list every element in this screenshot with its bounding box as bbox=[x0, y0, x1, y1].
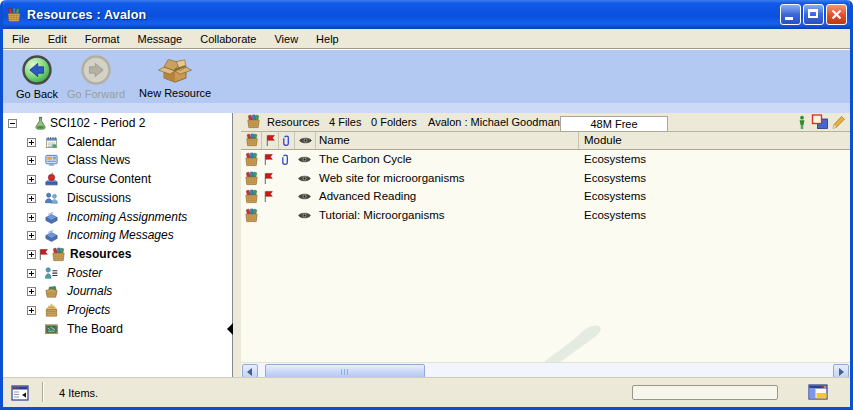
table-row[interactable]: Advanced Reading Ecosystems bbox=[241, 187, 850, 206]
expand-expander[interactable] bbox=[27, 138, 36, 147]
table-row[interactable]: Tutorial: Microorganisms Ecosystems bbox=[241, 206, 850, 225]
table-header: Name Module bbox=[241, 132, 850, 150]
expand-expander[interactable] bbox=[27, 287, 36, 296]
flag-icon bbox=[38, 248, 49, 261]
person-icon[interactable] bbox=[797, 115, 807, 130]
table-row[interactable]: The Carbon Cycle Ecosystems bbox=[241, 150, 850, 169]
menu-file[interactable]: File bbox=[3, 30, 39, 48]
tree-item-projects[interactable]: Projects bbox=[3, 301, 231, 320]
folders-count: 0 Folders bbox=[371, 116, 417, 128]
horizontal-scrollbar[interactable] bbox=[241, 362, 850, 378]
tree-item-class-news[interactable]: Class News bbox=[3, 151, 231, 170]
app-icon bbox=[6, 7, 22, 23]
maximize-icon bbox=[808, 9, 818, 18]
files-count: 4 Files bbox=[329, 116, 361, 128]
tree-item-the-board[interactable]: The Board bbox=[3, 320, 231, 339]
divider bbox=[578, 132, 579, 149]
expand-expander[interactable] bbox=[27, 156, 36, 165]
go-forward-button[interactable]: Go Forward bbox=[63, 53, 129, 101]
app-window: Resources : Avalon File Edit Format Mess… bbox=[0, 0, 853, 410]
splitter-collapse-arrow-icon[interactable] bbox=[227, 323, 233, 335]
layout-window-icon[interactable] bbox=[808, 384, 828, 400]
discussions-icon bbox=[44, 191, 59, 206]
menu-view[interactable]: View bbox=[265, 30, 307, 48]
tree-item-incoming-messages[interactable]: Incoming Messages bbox=[3, 226, 231, 245]
maximize-button[interactable] bbox=[803, 4, 824, 25]
panel-info-bar: Resources 4 Files 0 Folders Avalon : Mic… bbox=[241, 113, 850, 132]
expand-expander[interactable] bbox=[27, 231, 36, 240]
scroll-right-icon bbox=[839, 368, 844, 376]
divider bbox=[261, 132, 262, 149]
paperclip-column-icon[interactable] bbox=[282, 134, 291, 147]
status-bar: 4 Items. bbox=[3, 377, 850, 407]
minimize-button[interactable] bbox=[780, 4, 801, 25]
back-arrow-icon bbox=[21, 54, 53, 86]
flag-icon bbox=[263, 190, 274, 203]
menu-edit[interactable]: Edit bbox=[39, 30, 76, 48]
tree-item-course-content[interactable]: Course Content bbox=[3, 170, 231, 189]
tree-item-resources[interactable]: Resources bbox=[3, 245, 231, 264]
row-module: Ecosystems bbox=[584, 206, 646, 225]
row-module: Ecosystems bbox=[584, 187, 646, 206]
eye-icon bbox=[297, 191, 312, 202]
panel-title: Resources bbox=[267, 116, 320, 128]
scroll-right-button[interactable] bbox=[833, 364, 849, 378]
tree-item-course[interactable]: SCI102 - Period 2 bbox=[3, 114, 231, 133]
collapse-expander[interactable] bbox=[8, 119, 17, 128]
close-button[interactable] bbox=[826, 4, 847, 25]
copy-squares-icon[interactable] bbox=[811, 114, 829, 130]
scrollbar-thumb[interactable] bbox=[265, 364, 425, 378]
row-name: Advanced Reading bbox=[319, 187, 416, 206]
incoming-tray-icon bbox=[44, 210, 59, 225]
window-title: Resources : Avalon bbox=[27, 8, 146, 22]
scroll-left-button[interactable] bbox=[242, 364, 258, 378]
flask-icon bbox=[33, 116, 48, 131]
expand-expander[interactable] bbox=[27, 213, 36, 222]
table-row[interactable]: Web site for microorganisms Ecosystems bbox=[241, 169, 850, 188]
free-space-indicator: 48M Free bbox=[560, 116, 668, 132]
menu-help[interactable]: Help bbox=[307, 30, 348, 48]
row-name: The Carbon Cycle bbox=[319, 150, 412, 169]
eye-icon bbox=[297, 210, 312, 221]
column-module[interactable]: Module bbox=[584, 134, 622, 146]
expand-expander[interactable] bbox=[27, 306, 36, 315]
new-resource-label: New Resource bbox=[139, 87, 211, 99]
resource-box-icon bbox=[246, 114, 261, 129]
status-window-icon[interactable] bbox=[11, 385, 29, 401]
row-module: Ecosystems bbox=[584, 150, 646, 169]
new-resource-button[interactable]: New Resource bbox=[135, 53, 215, 100]
expand-expander[interactable] bbox=[27, 250, 36, 259]
scroll-left-icon bbox=[247, 368, 252, 376]
tree-item-incoming-assignments[interactable]: Incoming Assignments bbox=[3, 208, 231, 227]
panel-splitter[interactable] bbox=[233, 113, 241, 378]
forward-arrow-icon bbox=[80, 54, 112, 86]
items-count: 4 Items. bbox=[59, 387, 98, 399]
column-name[interactable]: Name bbox=[319, 134, 350, 146]
flag-icon bbox=[263, 172, 274, 185]
board-icon bbox=[44, 322, 59, 337]
tree-item-roster[interactable]: Roster bbox=[3, 264, 231, 283]
resource-box-icon bbox=[244, 152, 259, 167]
background-watermark bbox=[526, 300, 766, 362]
course-content-icon bbox=[44, 172, 59, 187]
resource-box-column-icon[interactable] bbox=[245, 133, 259, 147]
scrollbar-grip bbox=[341, 369, 349, 375]
menu-message[interactable]: Message bbox=[129, 30, 192, 48]
toolbar: Go Back Go Forward New Resource bbox=[3, 49, 850, 103]
expand-expander[interactable] bbox=[27, 175, 36, 184]
flag-column-icon[interactable] bbox=[265, 134, 276, 147]
divider bbox=[278, 132, 279, 149]
toolbar-lower-strip bbox=[3, 103, 850, 113]
expand-expander[interactable] bbox=[27, 269, 36, 278]
row-module: Ecosystems bbox=[584, 169, 646, 188]
tree-item-journals[interactable]: Journals bbox=[3, 282, 231, 301]
go-back-button[interactable]: Go Back bbox=[11, 53, 63, 101]
divider bbox=[315, 132, 316, 149]
tree-item-calendar[interactable]: Calendar bbox=[3, 133, 231, 152]
eye-column-icon[interactable] bbox=[298, 135, 313, 146]
tree-item-discussions[interactable]: Discussions bbox=[3, 189, 231, 208]
pencil-icon[interactable] bbox=[831, 114, 845, 130]
expand-expander[interactable] bbox=[27, 194, 36, 203]
menu-collaborate[interactable]: Collaborate bbox=[191, 30, 265, 48]
menu-format[interactable]: Format bbox=[76, 30, 129, 48]
